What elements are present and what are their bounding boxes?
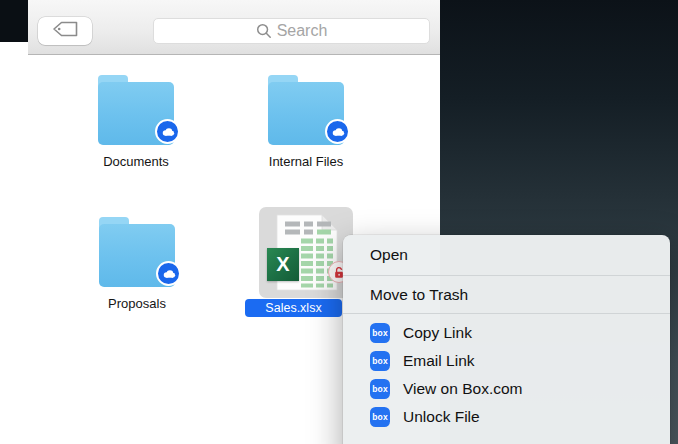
box-cloud-sync-icon — [156, 261, 181, 286]
menu-item-label: Open — [370, 246, 408, 264]
menu-item-copy-link[interactable]: box Copy Link — [343, 319, 670, 347]
folder-documents[interactable]: Documents — [78, 75, 194, 169]
menu-item-move-to-trash[interactable]: Move to Trash — [343, 276, 670, 313]
menu-item-unlock-file[interactable]: box Unlock File — [343, 403, 670, 431]
context-menu: Open Move to Trash box Copy Link box Ema… — [343, 235, 670, 444]
box-icon: box — [370, 379, 390, 399]
magnifier-icon — [256, 23, 272, 39]
folder-label: Documents — [78, 154, 194, 169]
menu-item-label: Unlock File — [403, 408, 480, 426]
background-corner — [0, 0, 28, 42]
folder-icon — [268, 75, 344, 145]
search-placeholder: Search — [277, 22, 328, 40]
menu-item-label: Copy Link — [403, 324, 472, 342]
folder-internal-files[interactable]: Internal Files — [248, 75, 364, 169]
box-cloud-sync-icon — [155, 119, 180, 144]
tag-icon — [52, 21, 78, 41]
tags-button[interactable] — [38, 17, 92, 45]
menu-item-open[interactable]: Open — [343, 235, 670, 275]
folder-label: Proposals — [79, 296, 195, 311]
finder-toolbar: Search — [28, 0, 440, 55]
folder-icon — [99, 217, 175, 287]
box-icon: box — [370, 351, 390, 371]
finder-screen: Search Documents — [0, 0, 678, 444]
box-icon: box — [370, 323, 390, 343]
menu-item-label: View on Box.com — [403, 380, 522, 398]
folder-icon — [98, 75, 174, 145]
menu-item-email-link[interactable]: box Email Link — [343, 347, 670, 375]
file-name-label[interactable]: Sales.xlsx — [245, 299, 342, 317]
menu-separator — [343, 313, 670, 314]
folder-proposals[interactable]: Proposals — [79, 217, 195, 311]
search-input[interactable]: Search — [153, 18, 430, 44]
box-icon: box — [370, 407, 390, 427]
menu-item-view-on-box[interactable]: box View on Box.com — [343, 375, 670, 403]
menu-item-label: Move to Trash — [370, 286, 468, 304]
file-sales-xlsx[interactable]: X — [259, 207, 353, 298]
excel-x-logo: X — [267, 248, 299, 281]
menu-item-label: Email Link — [403, 352, 475, 370]
box-cloud-sync-icon — [325, 119, 350, 144]
folder-label: Internal Files — [248, 154, 364, 169]
